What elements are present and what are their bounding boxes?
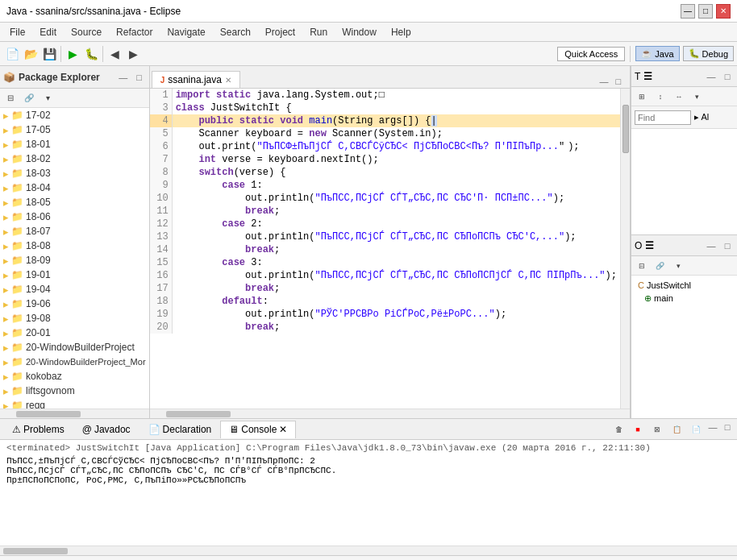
close-button[interactable]: ✕ [716,4,731,19]
editor-vscroll[interactable] [620,89,630,409]
tab-console[interactable]: 🖥 Console ✕ [220,421,296,438]
editor-hscroll-thumb[interactable] [166,411,231,417]
console-tab-close[interactable]: ✕ [279,424,287,435]
outline-btn1[interactable]: ⊟ [633,257,651,275]
tree-item-19-01[interactable]: ▸📁19-01 [0,268,149,282]
menu-source[interactable]: Source [65,25,108,39]
maximize-button[interactable]: □ [698,4,713,19]
tb-save-button[interactable]: 💾 [40,45,58,63]
editor-maximize[interactable]: □ [612,75,625,88]
menu-project[interactable]: Project [259,25,302,39]
tb-open-button[interactable]: 📂 [22,45,40,63]
right-top-maximize[interactable]: □ [721,70,734,83]
package-explorer-hscroll[interactable] [0,409,149,418]
console-hscroll[interactable] [0,545,737,555]
editor-tab-ssanina[interactable]: J ssanina.java ✕ [152,71,240,88]
java-perspective-button[interactable]: ☕ Java [635,46,679,61]
editor-vscroll-thumb[interactable] [622,105,629,153]
tb-back-button[interactable]: ◀ [106,45,123,63]
console-clear[interactable]: 🗑 [610,421,627,438]
hscroll-thumb[interactable] [16,411,81,417]
tree-item-18-04[interactable]: ▸📁18-04 [0,180,149,195]
debug-perspective-icon: 🐛 [689,48,700,59]
tree-item-kokobaz[interactable]: ▸📁kokobaz [0,369,149,384]
console-btn4[interactable]: 📋 [668,421,685,438]
tb-debug-button[interactable]: 🐛 [82,45,100,63]
tb-new-button[interactable]: 📄 [3,45,21,63]
right-top-minimize[interactable]: — [705,70,718,83]
editor-tab-label: ssanina.java [168,74,222,85]
code-line-1: 1 import static java.lang.System.out;□ [150,89,620,102]
tree-item-19-06[interactable]: ▸📁19-06 [0,297,149,311]
tree-item-regg[interactable]: ▸📁regg [0,398,149,409]
tree-item-17-05[interactable]: ▸📁17-05 [0,122,149,137]
find-input[interactable] [635,110,691,125]
tb-run-button[interactable]: ▶ [64,45,81,63]
package-explorer-maximize[interactable]: □ [133,71,146,84]
pe-link-editor[interactable]: 🔗 [20,89,38,107]
tree-item-18-07[interactable]: ▸📁18-07 [0,224,149,239]
tree-item-18-09[interactable]: ▸📁18-09 [0,253,149,268]
outline-item-justswitchl[interactable]: C JustSwitchl [635,279,734,292]
tree-item-18-03[interactable]: ▸📁18-03 [0,166,149,180]
right-top-btn1[interactable]: ⊞ [633,88,651,106]
code-line-4: 4 public static void main(String args[])… [150,114,620,127]
pe-menu[interactable]: ▾ [39,89,56,107]
console-hscroll-thumb[interactable] [3,548,68,554]
tree-item-liftsgovnom[interactable]: ▸📁liftsgovnom [0,384,149,398]
pe-collapse-all[interactable]: ⊟ [2,89,19,107]
minimize-button[interactable]: — [681,4,695,19]
menu-search[interactable]: Search [214,25,257,39]
tree-item-19-08[interactable]: ▸📁19-08 [0,311,149,326]
code-editor[interactable]: 1 import static java.lang.System.out;□ 3… [150,89,620,409]
tree-item-18-05[interactable]: ▸📁18-05 [0,195,149,209]
bottom-minimize[interactable]: — [706,421,719,433]
right-top-btn2[interactable]: ↕ [652,88,669,106]
outline-header: O ☰ — □ [631,235,737,256]
code-line-10: 10 out.println("ПъПСС,ПСjСЃ СЃТ„СЂС,ПС С… [150,192,620,205]
bottom-maximize[interactable]: □ [721,421,734,433]
tree-item-19-04[interactable]: ▸📁19-04 [0,282,149,297]
menu-refactor[interactable]: Refactor [110,25,159,39]
tree-item-17-02[interactable]: ▸📁17-02 [0,108,149,122]
menu-navigate[interactable]: Navigate [160,25,211,39]
tree-item-20-01[interactable]: ▸📁20-01 [0,326,149,340]
tree-item-18-01[interactable]: ▸📁18-01 [0,137,149,151]
menu-help[interactable]: Help [385,25,418,39]
editor-hscroll[interactable] [150,409,630,418]
console-btn5[interactable]: 📄 [687,421,705,438]
tab-problems[interactable]: ⚠ Problems [3,421,73,438]
editor-tab-close[interactable]: ✕ [225,76,231,85]
code-line-20: 20 break; [150,321,620,334]
console-btn3[interactable]: ⊠ [648,421,666,438]
outline-maximize[interactable]: □ [721,239,734,252]
menu-run[interactable]: Run [303,25,334,39]
tree-item-18-08[interactable]: ▸📁18-08 [0,239,149,253]
menu-edit[interactable]: Edit [33,25,63,39]
tree-item-18-02[interactable]: ▸📁18-02 [0,151,149,166]
package-explorer-minimize[interactable]: — [117,71,130,84]
console-terminate[interactable]: ■ [629,421,647,438]
right-top-btn3[interactable]: ↔ [670,88,688,106]
outline-title: ☰ [645,240,654,251]
tree-item-18-06[interactable]: ▸📁18-06 [0,209,149,224]
quick-access-button[interactable]: Quick Access [557,47,625,61]
tree-item-20-wb[interactable]: ▸📁20-WindowBuilderProject [0,340,149,355]
outline-btn2[interactable]: 🔗 [652,257,669,275]
tab-javadoc[interactable]: @ Javadoc [73,421,139,438]
outline-minimize[interactable]: — [705,239,718,252]
tb-forward-button[interactable]: ▶ [124,45,142,63]
editor-minimize[interactable]: — [598,75,610,88]
menu-file[interactable]: File [3,25,31,39]
editor-panel: J ssanina.java ✕ — □ 1 import static jav… [150,66,631,418]
outline-item-main[interactable]: ⊕ main [635,292,734,305]
menu-window[interactable]: Window [335,25,383,39]
debug-perspective-button[interactable]: 🐛 Debug [683,46,734,61]
console-output-1: ПъПСС‚±ПъПјСЃ С,СВСЃСўСЂС< ПјСЂПоСВС<Пъ?… [6,456,731,466]
outline-btn3[interactable]: ▾ [670,257,688,275]
bottom-tab-bar: ⚠ Problems @ Javadoc 📄 Declaration 🖥 Con… [0,419,737,440]
right-top-btn4[interactable]: ▾ [689,88,706,106]
tree-item-20-wb-mor[interactable]: ▸📁20-WindowBuilderProject_Mor [0,355,149,369]
tab-declaration[interactable]: 📄 Declaration [139,421,221,438]
code-line-11: 11 break; [150,205,620,218]
